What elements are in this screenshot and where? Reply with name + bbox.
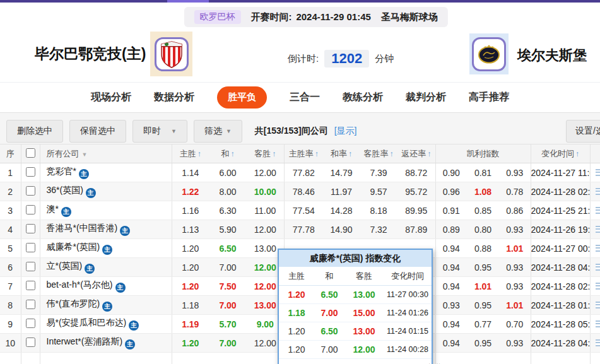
odds-value: 12.00 [247, 163, 284, 182]
header-select-all[interactable] [21, 144, 40, 163]
company-name[interactable]: 易*(安提瓜和巴布达) [47, 317, 127, 327]
delete-selected-button[interactable]: 删除选中 [6, 120, 63, 143]
row-checkbox[interactable] [26, 186, 35, 196]
company-name[interactable]: 36*(英国) [47, 185, 83, 195]
filter-dropdown[interactable]: 筛选 ▼ [194, 120, 242, 143]
kelly-value: 0.94 [435, 315, 467, 334]
popup-odds-value: 7.00 [314, 304, 344, 322]
change-time: 2024-11-28 01:46 [531, 296, 590, 315]
row-checkbox[interactable] [26, 262, 35, 271]
tab-three-in-one[interactable]: 三合一 [290, 91, 320, 104]
row-checkbox[interactable] [26, 281, 35, 290]
company-cell[interactable]: 36*(英国)主 [40, 182, 172, 201]
odds-value: 1.18 [172, 296, 209, 315]
header-company[interactable]: 所有公司▼ [40, 144, 172, 163]
company-cell[interactable]: 伟*(直布罗陀)主 [40, 296, 172, 315]
trend-cell[interactable] [590, 258, 600, 277]
row-checkbox[interactable] [26, 224, 35, 233]
kelly-value: 0.94 [435, 277, 467, 296]
row-select-cell[interactable] [21, 277, 40, 296]
trend-cell[interactable] [590, 334, 600, 353]
row-checkbox[interactable] [26, 205, 35, 214]
row-select-cell[interactable] [21, 163, 40, 182]
header-home-rate-sort[interactable]: 主胜率↑ [284, 144, 323, 163]
company-name[interactable]: Interwet*(塞浦路斯) [47, 336, 123, 346]
row-select-cell[interactable] [21, 258, 40, 277]
trend-cell[interactable] [590, 201, 600, 220]
select-all-checkbox[interactable] [26, 148, 35, 158]
tab-referee-analysis[interactable]: 裁判分析 [406, 91, 446, 104]
tab-live-analysis[interactable]: 现场分析 [91, 91, 131, 104]
header-payout-rate-sort[interactable]: 返还率↑ [397, 144, 435, 163]
header-draw-sort[interactable]: 和↑ [209, 144, 247, 163]
company-cell[interactable]: 威廉希*(英国)主 [40, 239, 172, 258]
trend-chart-icon[interactable] [596, 302, 600, 308]
trend-chart-icon[interactable] [596, 283, 600, 290]
trend-cell[interactable] [590, 182, 600, 201]
company-name[interactable]: bet-at-h*(马尔他) [47, 279, 113, 290]
row-select-cell[interactable] [21, 239, 40, 258]
header-away-rate-sort[interactable]: 客胜率↑ [360, 144, 397, 163]
trend-chart-icon[interactable] [596, 264, 600, 271]
company-cell[interactable]: 易*(安提瓜和巴布达)主 [40, 315, 172, 334]
company-cell[interactable]: bet-at-h*(马尔他)主 [40, 277, 172, 296]
row-select-cell[interactable] [21, 220, 40, 239]
header-draw-rate-sort[interactable]: 和率↑ [323, 144, 360, 163]
trend-cell[interactable] [590, 296, 600, 315]
live-filter-dropdown[interactable]: 即时 ▼ [132, 120, 187, 143]
tab-win-draw-lose[interactable]: 胜平负 [217, 86, 267, 109]
company-name[interactable]: 香港马*(中国香港) [47, 223, 118, 233]
row-checkbox[interactable] [26, 319, 35, 328]
company-name[interactable]: 竞彩官* [47, 166, 76, 176]
trend-chart-icon[interactable] [596, 207, 600, 214]
odds-value: 1.13 [172, 220, 209, 239]
company-cell[interactable]: 香港马*(中国香港)主 [40, 220, 172, 239]
row-select-cell[interactable] [21, 315, 40, 334]
odds-value: 1.22 [172, 182, 209, 201]
show-link[interactable]: [显示] [334, 126, 357, 136]
trend-chart-icon[interactable] [596, 245, 600, 252]
header-away-win-sort[interactable]: 客胜↑ [247, 144, 284, 163]
tab-coach-analysis[interactable]: 教练分析 [343, 91, 383, 104]
trend-cell[interactable] [590, 277, 600, 296]
live-filter-label: 即时 [143, 126, 161, 137]
trend-cell[interactable] [590, 163, 600, 182]
tab-data-analysis[interactable]: 数据分析 [154, 91, 194, 104]
keep-selected-button[interactable]: 保留选中 [69, 120, 126, 143]
table-row: 4香港马*(中国香港)主1.135.9012.0077.7814.907.328… [0, 220, 600, 239]
header-home-win-sort[interactable]: 主胜↑ [172, 144, 209, 163]
row-checkbox[interactable] [26, 300, 35, 309]
row-checkbox[interactable] [26, 243, 35, 252]
popup-column-header: 主胜 [279, 267, 314, 286]
row-seq: 9 [0, 315, 21, 334]
trend-chart-icon[interactable] [596, 226, 600, 233]
company-cell[interactable]: 立*(英国)主 [40, 258, 172, 277]
company-cell[interactable]: Interwet*(塞浦路斯)主 [40, 334, 172, 353]
chevron-down-icon: ▼ [226, 128, 232, 134]
trend-chart-icon[interactable] [596, 320, 600, 327]
company-name[interactable]: 澳* [47, 204, 59, 214]
trend-cell[interactable] [590, 220, 600, 239]
row-select-cell[interactable] [21, 334, 40, 353]
header-change-time-sort[interactable]: 变化时间↑ [531, 144, 590, 163]
settings-select-button[interactable]: 设置/选择 [566, 120, 600, 143]
company-cell[interactable]: 澳*主 [40, 201, 172, 220]
kelly-value: 0.70 [499, 315, 531, 334]
row-checkbox[interactable] [26, 167, 35, 177]
empty-cell [435, 353, 467, 364]
row-checkbox[interactable] [26, 338, 35, 347]
row-select-cell[interactable] [21, 182, 40, 201]
trend-chart-icon[interactable] [596, 169, 600, 176]
company-name[interactable]: 伟*(直布罗陀) [47, 298, 100, 308]
trend-chart-icon[interactable] [596, 339, 600, 346]
company-cell[interactable]: 竞彩官*主 [40, 163, 172, 182]
trend-chart-icon[interactable] [596, 188, 600, 195]
row-select-cell[interactable] [21, 296, 40, 315]
company-name[interactable]: 立*(英国) [47, 261, 83, 271]
trend-cell[interactable] [590, 239, 600, 258]
trend-cell[interactable] [590, 315, 600, 334]
company-name[interactable]: 威廉希*(英国) [47, 242, 100, 252]
kelly-value: 0.77 [467, 315, 499, 334]
row-select-cell[interactable] [21, 201, 40, 220]
tab-expert-picks[interactable]: 高手推荐 [469, 91, 509, 104]
